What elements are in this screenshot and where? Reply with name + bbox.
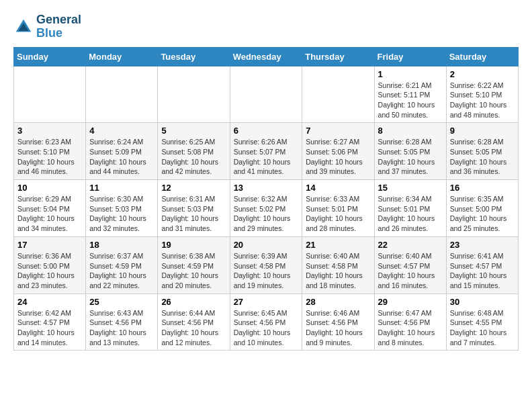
- column-header-friday: Friday: [374, 47, 446, 66]
- day-info: Sunrise: 6:26 AM Sunset: 5:07 PM Dayligh…: [234, 137, 299, 177]
- day-info: Sunrise: 6:21 AM Sunset: 5:11 PM Dayligh…: [378, 81, 443, 120]
- day-info: Sunrise: 6:29 AM Sunset: 5:04 PM Dayligh…: [17, 194, 82, 234]
- day-number: 11: [89, 183, 154, 193]
- day-number: 27: [234, 297, 299, 307]
- calendar-day-30: 30Sunrise: 6:48 AM Sunset: 4:55 PM Dayli…: [446, 293, 518, 351]
- day-number: 15: [378, 183, 443, 193]
- day-info: Sunrise: 6:47 AM Sunset: 4:56 PM Dayligh…: [378, 308, 443, 348]
- day-number: 29: [378, 297, 443, 307]
- day-number: 4: [89, 126, 154, 136]
- calendar-day-11: 11Sunrise: 6:30 AM Sunset: 5:03 PM Dayli…: [86, 180, 158, 237]
- day-info: Sunrise: 6:30 AM Sunset: 5:03 PM Dayligh…: [89, 194, 154, 234]
- empty-day: [14, 66, 86, 123]
- day-info: Sunrise: 6:42 AM Sunset: 4:57 PM Dayligh…: [17, 308, 82, 348]
- calendar-week-5: 24Sunrise: 6:42 AM Sunset: 4:57 PM Dayli…: [14, 293, 519, 351]
- day-info: Sunrise: 6:25 AM Sunset: 5:08 PM Dayligh…: [161, 137, 226, 177]
- day-number: 21: [306, 240, 370, 250]
- day-number: 24: [17, 297, 82, 307]
- calendar-day-4: 4Sunrise: 6:24 AM Sunset: 5:09 PM Daylig…: [86, 123, 158, 180]
- calendar-table: SundayMondayTuesdayWednesdayThursdayFrid…: [13, 47, 519, 351]
- day-info: Sunrise: 6:31 AM Sunset: 5:03 PM Dayligh…: [161, 194, 226, 234]
- day-info: Sunrise: 6:28 AM Sunset: 5:05 PM Dayligh…: [378, 137, 443, 177]
- day-info: Sunrise: 6:41 AM Sunset: 4:57 PM Dayligh…: [450, 251, 515, 291]
- calendar-week-3: 10Sunrise: 6:29 AM Sunset: 5:04 PM Dayli…: [14, 180, 519, 237]
- day-info: Sunrise: 6:36 AM Sunset: 5:00 PM Dayligh…: [17, 251, 82, 291]
- calendar-day-5: 5Sunrise: 6:25 AM Sunset: 5:08 PM Daylig…: [158, 123, 230, 180]
- day-number: 9: [450, 126, 515, 136]
- empty-day: [302, 66, 374, 123]
- logo: General Blue: [13, 13, 81, 40]
- calendar-week-2: 3Sunrise: 6:23 AM Sunset: 5:10 PM Daylig…: [14, 123, 519, 180]
- calendar-day-3: 3Sunrise: 6:23 AM Sunset: 5:10 PM Daylig…: [14, 123, 86, 180]
- day-number: 5: [161, 126, 226, 136]
- day-info: Sunrise: 6:46 AM Sunset: 4:56 PM Dayligh…: [306, 308, 370, 348]
- day-info: Sunrise: 6:33 AM Sunset: 5:01 PM Dayligh…: [306, 194, 370, 234]
- day-info: Sunrise: 6:27 AM Sunset: 5:06 PM Dayligh…: [306, 137, 370, 177]
- page-header: General Blue: [13, 13, 519, 40]
- day-info: Sunrise: 6:24 AM Sunset: 5:09 PM Dayligh…: [89, 137, 154, 177]
- day-number: 1: [378, 69, 443, 79]
- day-number: 13: [234, 183, 299, 193]
- calendar-day-20: 20Sunrise: 6:39 AM Sunset: 4:58 PM Dayli…: [230, 236, 302, 293]
- day-number: 8: [378, 126, 443, 136]
- calendar-day-21: 21Sunrise: 6:40 AM Sunset: 4:58 PM Dayli…: [302, 236, 374, 293]
- column-header-thursday: Thursday: [302, 47, 374, 66]
- calendar-day-29: 29Sunrise: 6:47 AM Sunset: 4:56 PM Dayli…: [374, 293, 446, 351]
- calendar-day-22: 22Sunrise: 6:40 AM Sunset: 4:57 PM Dayli…: [374, 236, 446, 293]
- calendar-header-row: SundayMondayTuesdayWednesdayThursdayFrid…: [14, 47, 519, 66]
- day-info: Sunrise: 6:34 AM Sunset: 5:01 PM Dayligh…: [378, 194, 443, 234]
- empty-day: [230, 66, 302, 123]
- day-number: 26: [161, 297, 226, 307]
- calendar-day-7: 7Sunrise: 6:27 AM Sunset: 5:06 PM Daylig…: [302, 123, 374, 180]
- calendar-day-14: 14Sunrise: 6:33 AM Sunset: 5:01 PM Dayli…: [302, 180, 374, 237]
- day-number: 14: [306, 183, 370, 193]
- day-number: 18: [89, 240, 154, 250]
- column-header-monday: Monday: [86, 47, 158, 66]
- day-number: 10: [17, 183, 82, 193]
- calendar-day-6: 6Sunrise: 6:26 AM Sunset: 5:07 PM Daylig…: [230, 123, 302, 180]
- day-info: Sunrise: 6:40 AM Sunset: 4:58 PM Dayligh…: [306, 251, 370, 291]
- logo-text: General Blue: [36, 13, 81, 40]
- calendar-day-10: 10Sunrise: 6:29 AM Sunset: 5:04 PM Dayli…: [14, 180, 86, 237]
- day-number: 25: [89, 297, 154, 307]
- calendar-day-2: 2Sunrise: 6:22 AM Sunset: 5:10 PM Daylig…: [446, 66, 518, 123]
- day-number: 19: [161, 240, 226, 250]
- calendar-day-26: 26Sunrise: 6:44 AM Sunset: 4:56 PM Dayli…: [158, 293, 230, 351]
- calendar-day-9: 9Sunrise: 6:28 AM Sunset: 5:05 PM Daylig…: [446, 123, 518, 180]
- day-info: Sunrise: 6:48 AM Sunset: 4:55 PM Dayligh…: [450, 308, 515, 348]
- calendar-day-28: 28Sunrise: 6:46 AM Sunset: 4:56 PM Dayli…: [302, 293, 374, 351]
- day-number: 2: [450, 69, 515, 79]
- calendar-week-4: 17Sunrise: 6:36 AM Sunset: 5:00 PM Dayli…: [14, 236, 519, 293]
- calendar-day-19: 19Sunrise: 6:38 AM Sunset: 4:59 PM Dayli…: [158, 236, 230, 293]
- calendar-day-15: 15Sunrise: 6:34 AM Sunset: 5:01 PM Dayli…: [374, 180, 446, 237]
- day-number: 7: [306, 126, 370, 136]
- day-number: 12: [161, 183, 226, 193]
- day-info: Sunrise: 6:44 AM Sunset: 4:56 PM Dayligh…: [161, 308, 226, 348]
- day-number: 6: [234, 126, 299, 136]
- calendar-day-23: 23Sunrise: 6:41 AM Sunset: 4:57 PM Dayli…: [446, 236, 518, 293]
- column-header-saturday: Saturday: [446, 47, 518, 66]
- day-info: Sunrise: 6:40 AM Sunset: 4:57 PM Dayligh…: [378, 251, 443, 291]
- calendar-day-24: 24Sunrise: 6:42 AM Sunset: 4:57 PM Dayli…: [14, 293, 86, 351]
- calendar-day-12: 12Sunrise: 6:31 AM Sunset: 5:03 PM Dayli…: [158, 180, 230, 237]
- day-number: 20: [234, 240, 299, 250]
- day-number: 28: [306, 297, 370, 307]
- day-info: Sunrise: 6:43 AM Sunset: 4:56 PM Dayligh…: [89, 308, 154, 348]
- calendar-day-25: 25Sunrise: 6:43 AM Sunset: 4:56 PM Dayli…: [86, 293, 158, 351]
- day-info: Sunrise: 6:32 AM Sunset: 5:02 PM Dayligh…: [234, 194, 299, 234]
- empty-day: [86, 66, 158, 123]
- day-info: Sunrise: 6:45 AM Sunset: 4:56 PM Dayligh…: [234, 308, 299, 348]
- calendar-day-18: 18Sunrise: 6:37 AM Sunset: 4:59 PM Dayli…: [86, 236, 158, 293]
- calendar-day-16: 16Sunrise: 6:35 AM Sunset: 5:00 PM Dayli…: [446, 180, 518, 237]
- day-info: Sunrise: 6:38 AM Sunset: 4:59 PM Dayligh…: [161, 251, 226, 291]
- calendar-day-17: 17Sunrise: 6:36 AM Sunset: 5:00 PM Dayli…: [14, 236, 86, 293]
- day-number: 3: [17, 126, 82, 136]
- day-info: Sunrise: 6:28 AM Sunset: 5:05 PM Dayligh…: [450, 137, 515, 177]
- column-header-wednesday: Wednesday: [230, 47, 302, 66]
- logo-icon: [13, 17, 34, 37]
- column-header-tuesday: Tuesday: [158, 47, 230, 66]
- day-info: Sunrise: 6:37 AM Sunset: 4:59 PM Dayligh…: [89, 251, 154, 291]
- day-info: Sunrise: 6:23 AM Sunset: 5:10 PM Dayligh…: [17, 137, 82, 177]
- day-number: 17: [17, 240, 82, 250]
- day-info: Sunrise: 6:35 AM Sunset: 5:00 PM Dayligh…: [450, 194, 515, 234]
